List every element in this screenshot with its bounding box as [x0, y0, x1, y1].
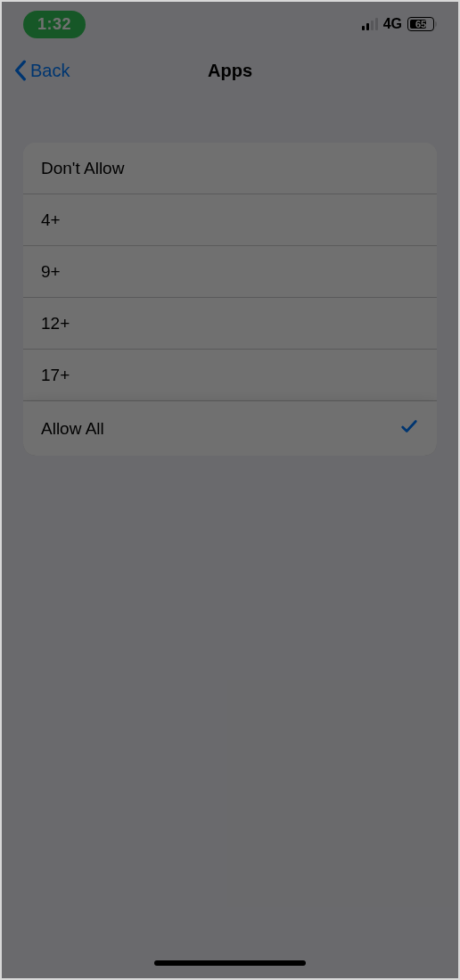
restriction-list: Don't Allow 4+ 9+ 12+ 17+ Allow All — [23, 143, 437, 456]
option-label: 9+ — [41, 262, 61, 282]
status-bar: 1:32 4G 65 — [2, 2, 458, 46]
checkmark-icon — [399, 416, 419, 441]
signal-icon — [362, 18, 378, 30]
option-label: 17+ — [41, 366, 70, 385]
option-label: 12+ — [41, 314, 70, 334]
option-allow-all[interactable]: Allow All — [23, 401, 437, 456]
status-time: 1:32 — [37, 15, 71, 33]
nav-bar: Back Apps — [2, 46, 458, 95]
device-frame: 1:32 4G 65 — [0, 0, 460, 980]
page-title: Apps — [2, 61, 458, 81]
option-label: Allow All — [41, 419, 104, 439]
content-area: Don't Allow 4+ 9+ 12+ 17+ Allow All — [2, 95, 458, 456]
option-4-plus[interactable]: 4+ — [23, 194, 437, 246]
status-time-pill[interactable]: 1:32 — [23, 11, 86, 38]
option-17-plus[interactable]: 17+ — [23, 350, 437, 401]
option-label: 4+ — [41, 210, 61, 230]
home-indicator[interactable] — [154, 960, 306, 966]
network-label: 4G — [383, 16, 402, 32]
option-label: Don't Allow — [41, 159, 124, 178]
back-label: Back — [30, 61, 70, 81]
screen: 1:32 4G 65 — [2, 2, 458, 978]
back-button[interactable]: Back — [2, 60, 70, 81]
battery-text: 65 — [415, 19, 426, 29]
option-12-plus[interactable]: 12+ — [23, 298, 437, 350]
status-right: 4G 65 — [362, 16, 437, 32]
option-9-plus[interactable]: 9+ — [23, 246, 437, 298]
chevron-left-icon — [14, 60, 27, 81]
battery-icon: 65 — [407, 17, 437, 31]
option-dont-allow[interactable]: Don't Allow — [23, 143, 437, 194]
